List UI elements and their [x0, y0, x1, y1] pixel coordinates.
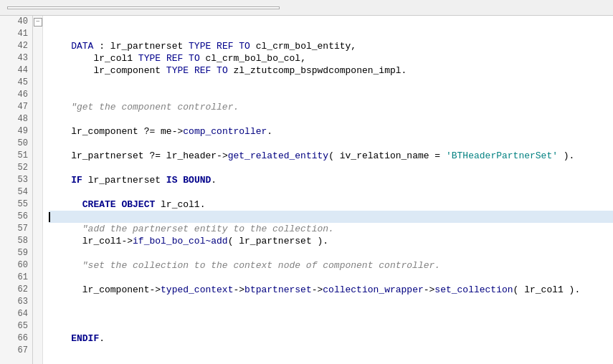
code-line[interactable]: "get the component controller.: [49, 101, 613, 113]
code-content[interactable]: DATA : lr_partnerset TYPE REF TO cl_crm_…: [43, 16, 613, 364]
line-number: 52: [4, 162, 28, 174]
line-number: 64: [4, 308, 28, 320]
token-arrow: ->: [121, 235, 133, 247]
token-kw-bold: IS: [166, 174, 178, 186]
code-line[interactable]: DATA : lr_partnerset TYPE REF TO cl_crm_…: [49, 40, 613, 52]
line-number: 61: [4, 272, 28, 284]
token-plain: [49, 284, 82, 296]
token-plain: .: [200, 198, 206, 211]
code-line[interactable]: [49, 162, 613, 174]
line-number: 65: [4, 320, 28, 332]
line-number: 49: [4, 125, 28, 138]
line-number: 51: [4, 150, 28, 162]
line-number: 48: [4, 113, 28, 125]
line-number: 47: [4, 101, 28, 113]
token-varname: lr_component: [71, 125, 138, 138]
code-line[interactable]: [49, 308, 613, 320]
token-method-call: if_bol_bo_col~add: [133, 235, 228, 247]
code-line[interactable]: [49, 211, 613, 223]
fold-column[interactable]: −: [33, 16, 43, 364]
code-line[interactable]: [49, 16, 613, 28]
fold-minus-icon[interactable]: −: [34, 18, 42, 27]
code-line[interactable]: [49, 296, 613, 308]
code-line[interactable]: ENDIF.: [49, 332, 613, 345]
code-line[interactable]: lr_component->typed_context->btpartnerse…: [49, 284, 613, 296]
token-plain: [49, 332, 71, 345]
code-line[interactable]: "add the partnerset entity to the collec…: [49, 223, 613, 235]
code-line[interactable]: [49, 113, 613, 125]
code-line[interactable]: CREATE OBJECT lr_col1.: [49, 198, 613, 211]
token-plain: [183, 40, 189, 52]
code-line[interactable]: [49, 247, 613, 259]
token-kw: DATA: [49, 40, 93, 52]
token-kw: TYPE: [138, 52, 161, 64]
token-kw: TYPE: [166, 64, 189, 77]
line-number: 46: [4, 89, 28, 101]
code-line[interactable]: [49, 186, 613, 198]
code-line[interactable]: "set the collection to the context node …: [49, 259, 613, 272]
code-line[interactable]: lr_component ?= me->comp_controller.: [49, 125, 613, 138]
token-arrow: ->: [172, 125, 184, 138]
token-plain: ,: [300, 52, 306, 64]
token-plain: ,: [351, 40, 356, 52]
token-plain: [183, 52, 189, 64]
token-type: zl_ztutcomp_bspwdcomponen_impl: [234, 64, 401, 77]
token-varname: lr_col1: [93, 52, 133, 64]
token-kw: TO: [239, 40, 250, 52]
code-line[interactable]: [49, 77, 613, 89]
token-arrow: ->: [424, 284, 435, 296]
token-arrow: ->: [233, 284, 244, 296]
code-line[interactable]: [49, 89, 613, 101]
code-line[interactable]: [49, 345, 613, 357]
token-plain: (: [228, 235, 239, 247]
token-plain: [161, 52, 166, 64]
token-plain: [161, 174, 166, 186]
token-kw-bold: ENDIF: [71, 332, 99, 345]
token-type: cl_crm_bol_entity: [256, 40, 351, 52]
token-plain: [250, 40, 256, 52]
token-kw: TYPE: [189, 40, 211, 52]
token-plain: [49, 52, 93, 64]
token-kw-bold: OBJECT: [121, 198, 155, 211]
token-plain: [49, 125, 71, 138]
code-line[interactable]: [49, 138, 613, 150]
token-varname: lr_col1: [82, 235, 122, 247]
token-method-call: collection_wrapper: [323, 284, 423, 296]
token-varname: lr_component: [93, 64, 161, 77]
token-varname: lr_col1: [524, 284, 564, 296]
line-number: 58: [4, 235, 28, 247]
line-number: 54: [4, 186, 28, 198]
code-line[interactable]: [49, 320, 613, 332]
token-comment: "set the collection to the context node …: [49, 259, 440, 272]
token-plain: ?=: [138, 125, 161, 138]
line-number: 43: [4, 52, 28, 64]
token-plain: =: [429, 150, 446, 162]
token-varname: lr_partnerset: [71, 150, 143, 162]
line-number: 57: [4, 223, 28, 235]
code-line[interactable]: [49, 272, 613, 284]
code-line[interactable]: lr_partnerset ?= lr_header->get_related_…: [49, 150, 613, 162]
token-type: cl_crm_bol_bo_col: [206, 52, 301, 64]
token-arrow: ->: [312, 284, 323, 296]
token-plain: [200, 52, 206, 64]
code-line[interactable]: lr_col1 TYPE REF TO cl_crm_bol_bo_col,: [49, 52, 613, 64]
token-plain: [234, 40, 239, 52]
code-line[interactable]: [49, 28, 613, 40]
code-line[interactable]: IF lr_partnerset IS BOUND.: [49, 174, 613, 186]
code-line[interactable]: lr_component TYPE REF TO zl_ztutcomp_bsp…: [49, 64, 613, 77]
token-plain: [211, 40, 217, 52]
code-line[interactable]: lr_col1->if_bol_bo_col~add( lr_partnerse…: [49, 235, 613, 247]
line-numbers: 4041424344454647484950515253545556575859…: [0, 16, 33, 364]
line-number: 50: [4, 138, 28, 150]
token-plain: ).: [564, 284, 580, 296]
token-varname: iv_relation_name: [340, 150, 429, 162]
token-kw: REF: [194, 64, 211, 77]
token-plain: [133, 52, 138, 64]
fold-cell[interactable]: −: [33, 16, 42, 28]
line-number: 66: [4, 332, 28, 345]
token-comment: "get the component controller.: [49, 101, 239, 113]
token-varname: lr_partnerset: [88, 174, 161, 186]
token-varname: me: [161, 125, 172, 138]
token-varname: lr_header: [166, 150, 217, 162]
token-plain: [155, 198, 161, 211]
